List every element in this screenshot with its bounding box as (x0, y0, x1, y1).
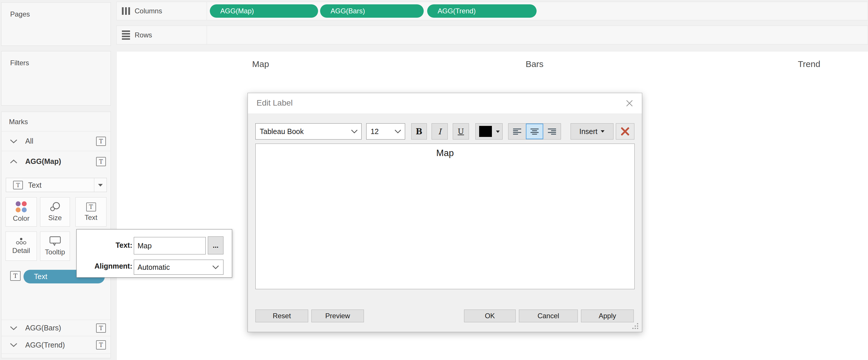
text-mark-type-icon: T (96, 340, 106, 350)
resize-grip[interactable] (632, 323, 639, 330)
rows-icon (122, 30, 130, 40)
size-icon (50, 202, 61, 212)
insert-menu-button[interactable]: Insert (570, 123, 614, 139)
chevron-down-icon (351, 129, 358, 133)
chevron-down-icon[interactable] (9, 342, 18, 347)
pill-agg-trend[interactable]: AGG(Trend) (427, 4, 536, 18)
browse-ellipsis-button[interactable]: ... (208, 236, 223, 254)
text-mark-type-icon: T (13, 181, 23, 189)
columns-shelf-header: Columns (117, 2, 207, 20)
mark-type-value: Text (28, 181, 41, 189)
alignment-button-group (508, 123, 561, 139)
align-center-button[interactable] (526, 124, 543, 139)
tooltip-icon (49, 236, 61, 246)
mark-type-dropdown[interactable]: T Text (6, 178, 107, 192)
marks-card-label: Marks (9, 118, 28, 126)
marks-section-agg-trend-label: AGG(Trend) (25, 341, 65, 349)
column-header-bars[interactable]: Bars (503, 59, 566, 69)
color-button[interactable]: Color (5, 197, 37, 227)
bold-button[interactable]: B (411, 123, 427, 139)
columns-shelf-label: Columns (135, 7, 162, 15)
filters-shelf-label: Filters (10, 59, 29, 67)
marks-section-agg-bars[interactable]: AGG(Bars) T (1, 320, 111, 336)
marks-section-all[interactable]: All T (1, 131, 111, 151)
edit-label-dialog: Edit Label Tableau Book 12 B I U (248, 93, 642, 332)
reset-button[interactable]: Reset (255, 309, 308, 322)
italic-button[interactable]: I (432, 123, 448, 139)
rows-shelf-header: Rows (117, 26, 207, 44)
dialog-titlebar[interactable]: Edit Label (248, 93, 642, 113)
font-family-value: Tableau Book (260, 127, 304, 136)
pill-agg-map[interactable]: AGG(Map) (210, 4, 318, 18)
chevron-down-icon (394, 129, 401, 133)
font-size-select[interactable]: 12 (366, 123, 405, 139)
cancel-button[interactable]: Cancel (519, 309, 578, 322)
dialog-title: Edit Label (256, 98, 293, 108)
close-icon[interactable] (624, 98, 634, 108)
dropdown-arrow-icon (600, 130, 605, 133)
dropdown-divider (94, 178, 94, 192)
size-button-label: Size (48, 214, 62, 222)
label-editor-textarea[interactable]: Map (255, 143, 635, 289)
rows-shelf[interactable]: Rows (116, 26, 868, 44)
ok-button[interactable]: OK (464, 309, 516, 322)
tooltip-button[interactable]: Tooltip (40, 231, 70, 261)
align-center-icon (530, 128, 538, 135)
red-x-icon (621, 127, 629, 136)
label-text-input[interactable] (134, 237, 206, 254)
align-right-button[interactable] (543, 124, 561, 139)
text-mark-type-icon: T (96, 323, 106, 333)
apply-button[interactable]: Apply (581, 309, 634, 322)
text-mark-type-icon: T (96, 157, 106, 166)
size-button[interactable]: Size (40, 197, 70, 227)
text-button[interactable]: T Text (75, 197, 106, 227)
text-button-label: Text (85, 214, 97, 222)
chevron-down-icon (212, 265, 219, 269)
marks-section-agg-bars-label: AGG(Bars) (25, 324, 61, 332)
detail-button-label: Detail (12, 247, 30, 255)
chevron-down-icon[interactable] (9, 326, 18, 330)
font-size-value: 12 (371, 127, 379, 136)
clear-formatting-button[interactable] (616, 123, 634, 139)
chevron-up-icon[interactable] (9, 159, 18, 164)
dropdown-arrow-icon[interactable] (98, 184, 103, 187)
text-mark-type-icon: T (96, 137, 106, 146)
columns-shelf[interactable]: Columns AGG(Map) AGG(Bars) AGG(Trend) (116, 2, 868, 20)
detail-icon (16, 237, 27, 244)
color-icon (16, 201, 27, 212)
color-button-label: Color (13, 215, 29, 223)
rows-shelf-label: Rows (135, 31, 152, 39)
columns-icon (122, 7, 130, 15)
column-header-trend[interactable]: Trend (777, 59, 841, 69)
text-mark-type-icon: T (10, 271, 21, 281)
alignment-value: Automatic (137, 263, 170, 271)
marks-section-agg-trend[interactable]: AGG(Trend) T (1, 336, 111, 354)
detail-button[interactable]: Detail (5, 231, 37, 261)
marks-section-all-label: All (25, 137, 33, 145)
alignment-select[interactable]: Automatic (134, 260, 223, 275)
marks-section-agg-map-label: AGG(Map) (25, 157, 61, 166)
align-left-button[interactable] (508, 124, 526, 139)
font-family-select[interactable]: Tableau Book (255, 123, 362, 139)
font-color-swatch (479, 126, 492, 137)
tooltip-button-label: Tooltip (45, 248, 65, 256)
preview-button[interactable]: Preview (311, 309, 364, 322)
pill-agg-bars[interactable]: AGG(Bars) (320, 4, 424, 18)
text-icon: T (86, 202, 96, 211)
label-popover: Text: ... Alignment: Automatic (76, 229, 232, 277)
alignment-field-label: Alignment: (83, 262, 132, 270)
underline-button[interactable]: U (453, 123, 469, 139)
dropdown-arrow-icon (496, 130, 500, 133)
tableau-workspace: Pages Filters Marks All T AGG(Map) T T T… (0, 0, 868, 360)
pages-shelf-label: Pages (10, 10, 30, 18)
marks-section-agg-map[interactable]: AGG(Map) T (1, 151, 111, 172)
column-header-map[interactable]: Map (229, 59, 292, 69)
filters-shelf[interactable]: Filters (1, 51, 111, 106)
font-color-button[interactable] (475, 123, 503, 139)
pages-shelf[interactable]: Pages (1, 2, 111, 46)
align-right-icon (548, 128, 556, 135)
align-left-icon (513, 128, 521, 135)
insert-label: Insert (579, 127, 597, 136)
text-field-label: Text: (83, 241, 132, 250)
chevron-down-icon[interactable] (9, 139, 18, 143)
